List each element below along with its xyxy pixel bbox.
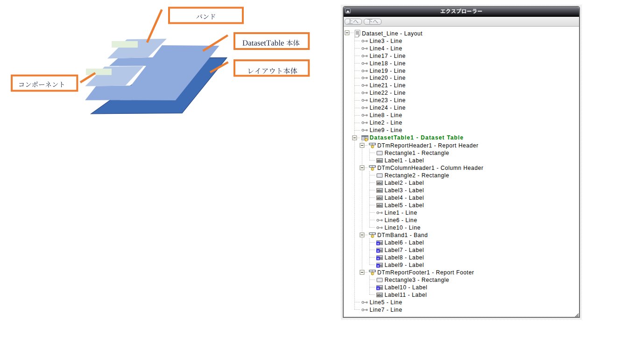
- svg-text:abc: abc: [377, 181, 382, 184]
- svg-text:a: a: [377, 242, 379, 245]
- svg-text:abc: abc: [377, 293, 382, 296]
- svg-text:a: a: [377, 249, 379, 252]
- svg-text:a: a: [377, 257, 379, 260]
- svg-text:abc: abc: [377, 159, 382, 162]
- svg-text:abc: abc: [377, 203, 382, 207]
- svg-text:a: a: [377, 264, 379, 267]
- svg-text:a: a: [377, 287, 379, 290]
- svg-text:abc: abc: [377, 196, 382, 199]
- svg-text:abc: abc: [377, 189, 382, 192]
